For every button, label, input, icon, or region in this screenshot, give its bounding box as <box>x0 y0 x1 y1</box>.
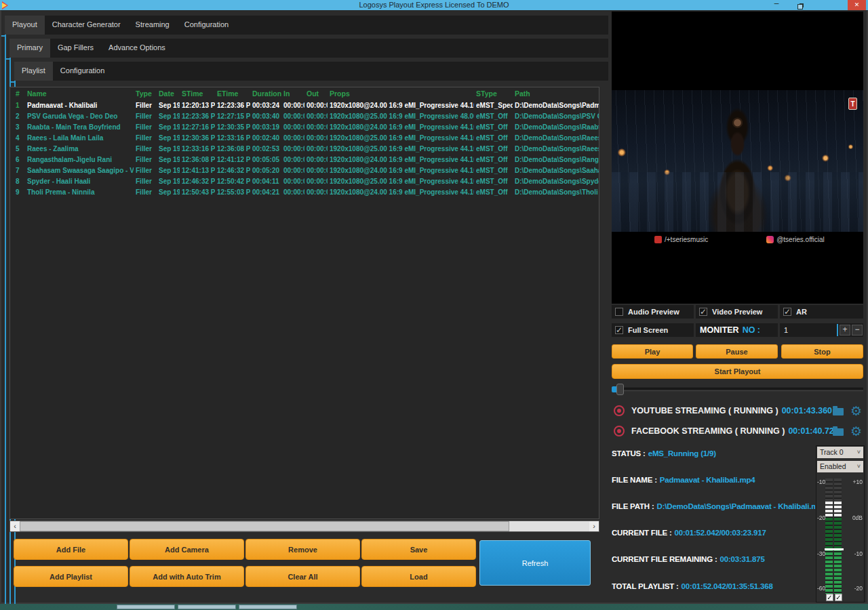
cell-in: 00:00:00 <box>281 178 304 185</box>
tab-l2-gap-fillers[interactable]: Gap Fillers <box>50 39 101 58</box>
cell-path: D:\DemoData\Songs\Rangasthalam-Ji <box>513 156 599 163</box>
seek-slider[interactable] <box>612 384 863 395</box>
column-header-props[interactable]: Props <box>328 89 474 98</box>
minimize-button[interactable]: – <box>766 0 787 10</box>
folder-icon[interactable] <box>833 428 844 436</box>
track-select[interactable]: Track 0 ˅ <box>817 447 863 458</box>
save-button[interactable]: Save <box>361 539 476 560</box>
playlist-row[interactable]: 2PSV Garuda Vega - Deo DeoFillerSep 1912… <box>10 110 599 121</box>
status-line-total-playlist: TOTAL PLAYLIST :00:01:52.042/01:35:51.36… <box>612 582 815 593</box>
checkbox-label: Full Screen <box>628 326 668 334</box>
main-tabbar: PlayoutCharacter GeneratorStreamingConfi… <box>5 16 608 35</box>
tab-l1-configuration[interactable]: Configuration <box>177 16 236 35</box>
cell-type: Filler <box>134 123 157 131</box>
cell-stype: eMST_Off <box>474 178 513 185</box>
scrollbar-track[interactable] <box>20 521 589 531</box>
cell-out: 00:00:00 <box>304 113 328 120</box>
playlist-row[interactable]: 9Tholi Prema - NinnilaFillerSep 1912:50:… <box>10 186 599 197</box>
maximize-button[interactable] <box>790 0 810 10</box>
add-camera-button[interactable]: Add Camera <box>130 539 244 560</box>
checkbox-full-screen[interactable]: ✓Full Screen <box>612 323 694 337</box>
status-value: D:\DemoData\Songs\Padmaavat - Khalibali.… <box>657 502 815 510</box>
seek-handle[interactable] <box>616 384 624 395</box>
load-button[interactable]: Load <box>361 566 476 587</box>
monitor-decrement-button[interactable]: − <box>852 325 863 336</box>
stop-button[interactable]: Stop <box>781 344 863 359</box>
cell-etime: 12:23:36 PM <box>215 102 250 109</box>
desktop-taskbar-sliver <box>0 604 868 610</box>
checkbox-audio-preview[interactable]: Audio Preview <box>612 305 694 319</box>
monitor-increment-button[interactable]: + <box>840 325 850 336</box>
checkbox-box[interactable]: ✓ <box>699 308 707 316</box>
input-accent-bar <box>837 324 838 336</box>
add-with-auto-trim-button[interactable]: Add with Auto Trim <box>130 566 244 587</box>
status-value: eMS_Running (1/9) <box>648 449 716 458</box>
overlay-left-text: /+tseriesmusic <box>665 236 708 243</box>
meter-left-checkbox[interactable]: ✓ <box>826 594 833 601</box>
gear-icon[interactable]: ⚙ <box>850 425 862 438</box>
checkbox-box[interactable] <box>615 308 623 316</box>
scroll-left-arrow-icon[interactable]: ‹ <box>10 521 20 531</box>
meter-right-checkbox[interactable]: ✓ <box>835 594 842 601</box>
tab-l1-streaming[interactable]: Streaming <box>128 16 177 35</box>
checkbox-video-preview[interactable]: ✓Video Preview <box>696 305 778 319</box>
tab-l2-primary[interactable]: Primary <box>9 39 50 58</box>
seek-track[interactable] <box>612 388 863 391</box>
close-button[interactable]: ✕ <box>848 0 866 10</box>
checkbox-box[interactable]: ✓ <box>615 326 623 334</box>
playlist-row[interactable]: 4Raees - Laila Main LailaFillerSep 1912:… <box>10 132 599 143</box>
tab-l3-playlist[interactable]: Playlist <box>14 62 53 81</box>
tab-l1-playout[interactable]: Playout <box>5 16 45 35</box>
pause-button[interactable]: Pause <box>696 344 778 359</box>
playlist-row[interactable]: 6Rangasthalam-Jigelu RaniFillerSep 1912:… <box>10 154 599 165</box>
refresh-button[interactable]: Refresh <box>479 540 591 586</box>
tab-l2-advance-options[interactable]: Advance Options <box>101 39 173 58</box>
column-header-stype[interactable]: SType <box>474 89 513 98</box>
playlist-row[interactable]: 8Spyder - Haali HaaliFillerSep 1912:46:3… <box>10 176 599 186</box>
monitor-number-input[interactable] <box>780 324 837 336</box>
column-header-[interactable]: # <box>10 89 25 98</box>
video-preview: T /+tseriesmusic @tseries.official <box>612 12 863 304</box>
playlist-row[interactable]: 5Raees - ZaalimaFillerSep 1912:33:16 PM1… <box>10 143 599 154</box>
checkbox-box[interactable]: ✓ <box>783 308 791 316</box>
add-playlist-button[interactable]: Add Playlist <box>14 566 128 587</box>
scroll-right-arrow-icon[interactable]: › <box>589 521 599 531</box>
cell-stype: eMST_Specified <box>474 102 513 109</box>
column-header-date[interactable]: Date <box>157 89 180 98</box>
monitor-number-box: + − <box>780 323 863 337</box>
playlist-row[interactable]: 1Padmaavat - KhalibaliFillerSep 1912:20:… <box>10 100 599 110</box>
cell-type: Filler <box>134 188 157 196</box>
column-header-stime[interactable]: STime <box>180 89 215 98</box>
horizontal-scrollbar[interactable]: ‹ › <box>9 521 599 532</box>
cell-date: Sep 19 <box>157 145 180 152</box>
column-header-name[interactable]: Name <box>25 89 134 98</box>
cell-stime: 12:50:43 PM <box>180 188 215 196</box>
clear-all-button[interactable]: Clear All <box>245 566 360 587</box>
playlist-row[interactable]: 7Saahasam Swaasaga Saagipo - Vellipomaak… <box>10 165 599 176</box>
column-header-path[interactable]: Path <box>513 89 599 98</box>
column-header-etime[interactable]: ETime <box>215 89 250 98</box>
status-label: CURRENT FILE : <box>612 529 672 537</box>
add-file-button[interactable]: Add File <box>14 539 128 560</box>
play-button[interactable]: Play <box>612 344 693 359</box>
start-playout-button[interactable]: Start Playout <box>612 364 863 379</box>
gear-icon[interactable]: ⚙ <box>850 405 862 418</box>
cell-num: 3 <box>10 123 25 131</box>
cell-stype: eMST_Off <box>474 134 513 142</box>
cell-duration: 00:05:20 <box>250 167 281 174</box>
tab-l3-configuration[interactable]: Configuration <box>53 62 112 81</box>
status-label: CURRENT FILE REMAINING : <box>612 555 717 563</box>
tab-l1-character-generator[interactable]: Character Generator <box>45 16 128 35</box>
column-header-type[interactable]: Type <box>134 89 157 98</box>
cell-type: Filler <box>134 156 157 163</box>
scrollbar-thumb[interactable] <box>20 521 509 531</box>
column-header-duration[interactable]: Duration <box>250 89 281 98</box>
playlist-row[interactable]: 3Raabta - Main Tera BoyfriendFillerSep 1… <box>10 121 599 132</box>
enable-select[interactable]: Enabled ˅ <box>817 461 863 472</box>
remove-button[interactable]: Remove <box>245 539 360 560</box>
status-value: 00:01:52.042/00:03:23.917 <box>675 529 766 537</box>
checkbox-ar[interactable]: ✓AR <box>780 305 863 319</box>
column-header-out[interactable]: Out <box>304 89 328 98</box>
folder-icon[interactable] <box>833 408 844 415</box>
column-header-in[interactable]: In <box>281 89 304 98</box>
